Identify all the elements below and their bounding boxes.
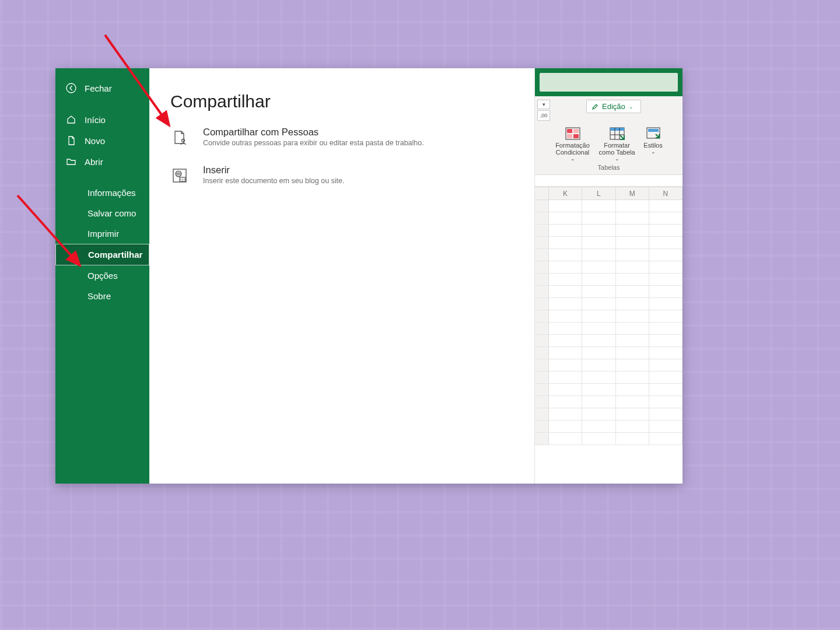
- pencil-icon: [592, 103, 598, 110]
- svg-point-0: [66, 83, 76, 93]
- chevron-down-icon: ⌄: [651, 149, 656, 155]
- new-label: Novo: [85, 136, 105, 146]
- folder-open-icon: [66, 156, 76, 167]
- format-as-table-button[interactable]: Formatar como Tabela ⌄: [597, 127, 637, 162]
- ribbon-group-label: Tabelas: [538, 164, 679, 171]
- table-row[interactable]: [535, 200, 682, 212]
- number-format-controls[interactable]: ▾ ,00: [537, 100, 550, 121]
- table-row[interactable]: [535, 372, 682, 384]
- embed-desc: Inserir este documento em seu blog ou si…: [203, 177, 345, 185]
- col-header[interactable]: K: [549, 187, 582, 200]
- svg-rect-8: [567, 134, 572, 138]
- embed-icon: [170, 166, 189, 185]
- table-row[interactable]: [535, 433, 682, 445]
- table-row[interactable]: [535, 237, 682, 249]
- share-people-icon: [170, 128, 189, 147]
- table-row[interactable]: [535, 212, 682, 225]
- table-row[interactable]: [535, 286, 682, 298]
- format-table-label: Formatar como Tabela: [597, 142, 637, 156]
- about-button[interactable]: Sobre: [55, 286, 149, 306]
- saveas-label: Salvar como: [88, 208, 136, 218]
- styles-icon: [645, 127, 662, 141]
- back-arrow-icon: [66, 83, 76, 93]
- saveas-button[interactable]: Salvar como: [55, 203, 149, 223]
- new-button[interactable]: Novo: [55, 130, 149, 151]
- share-button[interactable]: Compartilhar: [55, 244, 149, 265]
- table-row[interactable]: [535, 310, 682, 323]
- conditional-formatting-button[interactable]: Formatação Condicional ⌄: [553, 127, 593, 162]
- share-label: Compartilhar: [88, 250, 142, 260]
- print-label: Imprimir: [88, 229, 119, 239]
- open-label: Abrir: [85, 157, 103, 167]
- embed-title: Inserir: [203, 164, 345, 176]
- increase-decimal-label[interactable]: ,00: [537, 110, 550, 121]
- editing-mode-button[interactable]: Edição ⌄: [586, 100, 641, 113]
- print-button[interactable]: Imprimir: [55, 223, 149, 244]
- formula-bar[interactable]: [535, 175, 682, 187]
- table-row[interactable]: [535, 261, 682, 274]
- share-with-people-item[interactable]: Compartilhar com Pessoas Convide outras …: [170, 127, 513, 147]
- svg-rect-11: [610, 128, 624, 131]
- open-button[interactable]: Abrir: [55, 151, 149, 172]
- chevron-down-icon: ⌄: [629, 104, 634, 110]
- conditional-format-icon: [564, 127, 582, 141]
- backstage-main: Compartilhar Compartilhar com Pessoas Co…: [149, 68, 534, 484]
- page-title: Compartilhar: [170, 92, 513, 111]
- table-row[interactable]: [535, 298, 682, 310]
- column-headers: K L M N: [535, 187, 682, 200]
- cell-styles-button[interactable]: Estilos ⌄: [642, 127, 665, 162]
- spreadsheet-peek: ▾ ,00 Edição ⌄ Formatação Condicional: [534, 68, 682, 484]
- styles-label: Estilos: [643, 142, 662, 149]
- svg-rect-9: [573, 134, 579, 138]
- svg-rect-7: [573, 129, 579, 133]
- table-row[interactable]: [535, 274, 682, 286]
- table-row[interactable]: [535, 347, 682, 359]
- share-people-desc: Convide outras pessoas para exibir ou ed…: [203, 139, 424, 147]
- edit-label: Edição: [602, 102, 625, 111]
- table-row[interactable]: [535, 335, 682, 347]
- embed-item[interactable]: Inserir Inserir este documento em seu bl…: [170, 164, 513, 185]
- table-row[interactable]: [535, 359, 682, 372]
- home-button[interactable]: Início: [55, 109, 149, 130]
- about-label: Sobre: [88, 291, 111, 301]
- info-label: Informações: [88, 188, 136, 198]
- svg-rect-6: [567, 129, 572, 133]
- search-box[interactable]: [540, 73, 678, 92]
- table-row[interactable]: [535, 323, 682, 335]
- close-label: Fechar: [85, 83, 112, 93]
- table-row[interactable]: [535, 408, 682, 421]
- table-row[interactable]: [535, 396, 682, 408]
- col-header[interactable]: N: [649, 187, 682, 200]
- table-row[interactable]: [535, 421, 682, 433]
- options-button[interactable]: Opções: [55, 265, 149, 286]
- home-label: Início: [85, 115, 106, 125]
- svg-rect-16: [648, 129, 659, 132]
- share-people-title: Compartilhar com Pessoas: [203, 127, 424, 138]
- home-icon: [66, 114, 76, 125]
- backstage-sidebar: Fechar Início Novo Abrir Informações Sal…: [55, 68, 149, 484]
- worksheet-grid[interactable]: K L M N: [535, 187, 682, 484]
- col-header[interactable]: L: [582, 187, 615, 200]
- info-button[interactable]: Informações: [55, 183, 149, 203]
- chevron-down-icon: ⌄: [570, 156, 575, 162]
- svg-point-1: [182, 139, 185, 142]
- cond-format-label: Formatação Condicional: [553, 142, 593, 156]
- title-bar: [535, 68, 682, 96]
- options-label: Opções: [88, 271, 118, 281]
- table-row[interactable]: [535, 384, 682, 396]
- ribbon-section: ▾ ,00 Edição ⌄ Formatação Condicional: [535, 96, 682, 175]
- table-row[interactable]: [535, 225, 682, 237]
- col-header[interactable]: M: [616, 187, 649, 200]
- format-table-icon: [608, 127, 626, 141]
- excel-file-menu-window: Fechar Início Novo Abrir Informações Sal…: [55, 68, 682, 484]
- close-button[interactable]: Fechar: [55, 78, 149, 99]
- table-row[interactable]: [535, 249, 682, 261]
- chevron-down-icon: ⌄: [615, 156, 620, 162]
- new-doc-icon: [66, 135, 76, 146]
